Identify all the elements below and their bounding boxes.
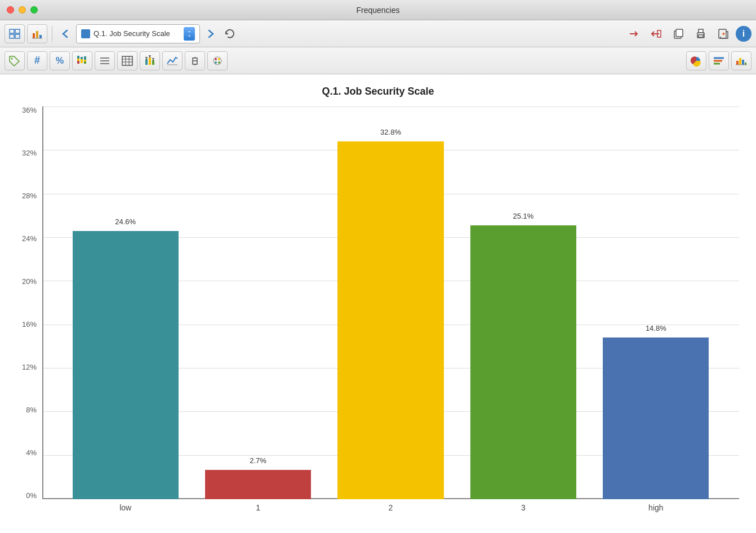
line-chart-icon [166,55,179,66]
y-axis-label: 20% [22,278,37,285]
svg-rect-22 [84,56,86,60]
window-title: Frequencies [356,6,399,15]
stacked-bar-button[interactable] [72,51,92,70]
svg-point-51 [218,61,220,64]
minimize-button[interactable] [19,6,26,14]
export-arrow-icon [627,28,639,40]
percent-button[interactable]: % [50,51,70,70]
bar[interactable]: 25.1% [470,225,576,499]
info-button[interactable]: i [736,26,751,42]
bar[interactable]: 32.8% [337,141,443,499]
print-button[interactable] [691,24,711,43]
bar-value-label: 2.7% [250,456,266,465]
svg-point-14 [703,34,704,35]
chart-title: Q.1. Job Security Scale [17,86,739,97]
box-plot-icon [189,55,201,66]
back-arrow-icon [59,28,72,40]
title-bar: Frequencies [0,0,756,20]
y-axis-label: 8% [26,406,37,414]
y-axis-label: 4% [26,449,37,456]
table-grid-icon [121,55,134,66]
bars-container: 24.6%2.7%32.8%25.1%14.8% [42,106,739,499]
maximize-button[interactable] [30,6,38,14]
dropdown-arrow-icon[interactable] [184,27,195,41]
copy-icon [672,28,684,40]
nav-dropdown[interactable]: Q.1. Job Security Scale [76,24,200,43]
import-icon [650,28,662,40]
bar-value-label: 24.6% [115,217,136,226]
separator [52,26,52,42]
chart-plot: 24.6%2.7%32.8%25.1%14.8% low123high [42,106,739,516]
x-axis-label: 1 [192,499,324,516]
svg-rect-21 [81,59,83,63]
svg-rect-58 [745,63,746,65]
table-grid-button[interactable] [117,51,137,70]
svg-point-50 [215,61,217,64]
reload-icon [224,28,236,40]
x-axis-label: low [59,499,192,516]
error-bar-button[interactable] [140,51,160,70]
svg-rect-18 [77,59,79,61]
bar-chart2-icon [735,55,748,66]
svg-rect-57 [742,60,744,65]
stacked-bar2-icon [713,55,725,66]
bar-chart-button[interactable] [27,24,47,43]
tag-icon [8,55,21,66]
pie-chart-icon [690,55,702,66]
table-view-button[interactable] [5,24,25,43]
line-chart-button[interactable] [162,51,183,70]
svg-rect-4 [33,33,35,38]
bar[interactable]: 2.7% [205,470,311,499]
x-labels: low123high [42,499,739,516]
bar-group: 24.6% [59,106,192,499]
stacked-bar-icon [76,55,88,66]
svg-rect-0 [10,29,14,33]
svg-rect-2 [10,34,14,38]
hash-icon: # [34,55,40,66]
traffic-lights [7,6,38,14]
y-axis-label: 36% [22,106,37,114]
copy-button[interactable] [668,24,688,43]
export-button[interactable] [713,24,733,43]
bar-chart-icon [32,29,43,39]
close-button[interactable] [7,6,14,14]
percent-icon: % [56,56,64,66]
export-arrow-button[interactable] [623,24,643,43]
table-icon [9,29,20,39]
y-axis-label: 28% [22,192,37,199]
svg-point-16 [11,57,13,59]
svg-rect-24 [84,61,86,64]
print-icon [695,28,707,40]
dropdown-label: Q.1. Job Security Scale [94,29,180,38]
svg-rect-10 [676,29,683,37]
list-icon [99,55,111,66]
toolbar1: Q.1. Job Security Scale [0,20,756,47]
chart-area: Q.1. Job Security Scale 36%32%28%24%20%1… [0,74,756,533]
palette-button[interactable] [207,51,228,70]
y-axis-label: 12% [22,363,37,371]
svg-rect-55 [736,61,739,65]
bar-chart2-button[interactable] [731,51,751,70]
y-axis-label: 0% [26,492,37,499]
bar[interactable]: 14.8% [603,337,709,499]
svg-rect-12 [699,29,703,33]
import-button[interactable] [646,24,666,43]
bar-group: 14.8% [590,106,722,499]
bar[interactable]: 24.6% [73,231,179,499]
stacked-bar2-button[interactable] [709,51,729,70]
error-bar-icon [144,55,156,66]
reload-button[interactable] [221,25,238,42]
y-axis: 36%32%28%24%20%16%12%8%4%0% [17,106,42,516]
forward-button[interactable] [202,25,219,42]
bar-value-label: 25.1% [513,212,533,220]
back-button[interactable] [57,25,74,42]
bar-group: 32.8% [324,106,457,499]
y-axis-label: 16% [22,321,37,328]
hash-button[interactable]: # [27,51,47,70]
list-button[interactable] [95,51,115,70]
pie-chart-button[interactable] [686,51,706,70]
y-axis-label: 24% [22,235,37,242]
box-plot-button[interactable] [185,51,205,70]
bar-group: 2.7% [192,106,324,499]
tag-button[interactable] [5,51,25,70]
